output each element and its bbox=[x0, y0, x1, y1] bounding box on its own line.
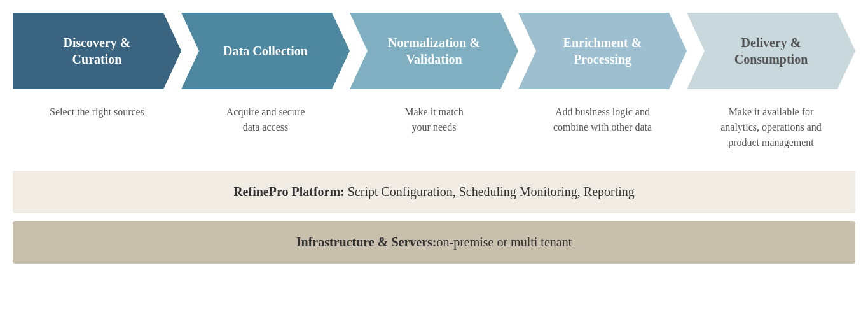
step-data-collection-label: Data Collection bbox=[223, 43, 308, 59]
desc-data-collection-text: Acquire and securedata access bbox=[226, 106, 305, 132]
infra-normal: on-premise or multi tenant bbox=[436, 235, 572, 249]
step-enrichment: Enrichment &Processing bbox=[518, 13, 687, 89]
platform-bar: RefinePro Platform: Script Configuration… bbox=[13, 171, 855, 213]
platform-bold: RefinePro Platform: bbox=[233, 185, 345, 199]
pipeline-row: Discovery &Curation Data Collection Norm… bbox=[13, 13, 855, 89]
step-delivery-label: Delivery &Consumption bbox=[734, 34, 808, 67]
infra-bar: Infrastructure & Servers:on-premise or m… bbox=[13, 221, 855, 264]
infra-bold: Infrastructure & Servers: bbox=[296, 235, 437, 249]
step-discovery-label: Discovery &Curation bbox=[63, 34, 130, 67]
platform-normal: Script Configuration, Scheduling Monitor… bbox=[345, 185, 635, 199]
desc-enrichment: Add business logic andcombine with other… bbox=[518, 96, 687, 153]
step-discovery: Discovery &Curation bbox=[13, 13, 181, 89]
desc-discovery-text: Select the right sources bbox=[50, 106, 144, 117]
main-container: Discovery &Curation Data Collection Norm… bbox=[0, 0, 868, 276]
desc-discovery: Select the right sources bbox=[13, 96, 181, 153]
step-enrichment-label: Enrichment &Processing bbox=[563, 34, 642, 67]
desc-data-collection: Acquire and securedata access bbox=[181, 96, 350, 153]
desc-delivery-text: Make it available foranalytics, operatio… bbox=[720, 106, 822, 148]
desc-enrichment-text: Add business logic andcombine with other… bbox=[553, 106, 652, 132]
step-delivery: Delivery &Consumption bbox=[687, 13, 855, 89]
desc-delivery: Make it available foranalytics, operatio… bbox=[687, 96, 855, 153]
step-normalization-label: Normalization &Validation bbox=[388, 34, 480, 67]
desc-normalization: Make it matchyour needs bbox=[350, 96, 518, 153]
desc-row: Select the right sources Acquire and sec… bbox=[13, 96, 855, 153]
step-data-collection: Data Collection bbox=[181, 13, 350, 89]
desc-normalization-text: Make it matchyour needs bbox=[404, 106, 463, 132]
step-normalization: Normalization &Validation bbox=[350, 13, 518, 89]
